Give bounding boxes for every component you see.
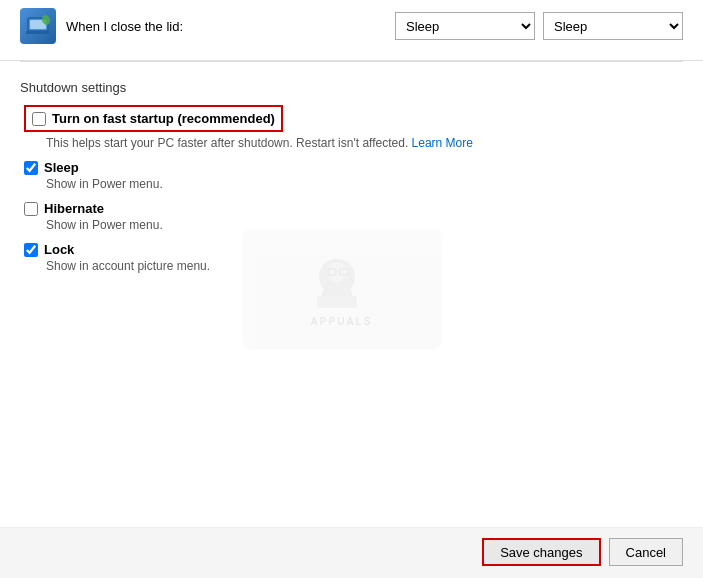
lid-row: When I close the lid: Sleep Do nothing H… — [20, 8, 683, 44]
section-title: Shutdown settings — [20, 80, 683, 95]
hibernate-desc: Show in Power menu. — [46, 218, 683, 232]
fast-startup-checkbox[interactable] — [32, 112, 46, 126]
fast-startup-option: Turn on fast startup (recommended) This … — [24, 105, 683, 150]
sleep-main: Sleep — [24, 160, 683, 175]
shutdown-section: Shutdown settings Turn on fast startup (… — [0, 70, 703, 527]
sleep-label[interactable]: Sleep — [44, 160, 79, 175]
hibernate-main: Hibernate — [24, 201, 683, 216]
fast-startup-box: Turn on fast startup (recommended) — [24, 105, 283, 132]
fast-startup-desc: This helps start your PC faster after sh… — [46, 136, 683, 150]
laptop-icon — [20, 8, 56, 44]
sleep-checkbox[interactable] — [24, 161, 38, 175]
hibernate-option: Hibernate Show in Power menu. — [24, 201, 683, 232]
hibernate-checkbox[interactable] — [24, 202, 38, 216]
lid-select-plugged[interactable]: Sleep Do nothing Hibernate Shut down — [543, 12, 683, 40]
lid-select-battery[interactable]: Sleep Do nothing Hibernate Shut down — [395, 12, 535, 40]
learn-more-link[interactable]: Learn More — [412, 136, 473, 150]
cancel-button[interactable]: Cancel — [609, 538, 683, 566]
lock-desc: Show in account picture menu. — [46, 259, 683, 273]
svg-rect-2 — [26, 31, 50, 34]
lock-option: Lock Show in account picture menu. — [24, 242, 683, 273]
lid-selects: Sleep Do nothing Hibernate Shut down Sle… — [395, 12, 683, 40]
hibernate-label[interactable]: Hibernate — [44, 201, 104, 216]
lid-section: When I close the lid: Sleep Do nothing H… — [0, 0, 703, 61]
footer: Save changes Cancel — [0, 527, 703, 578]
lock-label[interactable]: Lock — [44, 242, 74, 257]
lock-main: Lock — [24, 242, 683, 257]
lid-label: When I close the lid: — [66, 19, 385, 34]
settings-window: When I close the lid: Sleep Do nothing H… — [0, 0, 703, 578]
lock-checkbox[interactable] — [24, 243, 38, 257]
fast-startup-label[interactable]: Turn on fast startup (recommended) — [52, 111, 275, 126]
sleep-option: Sleep Show in Power menu. — [24, 160, 683, 191]
divider — [20, 61, 683, 62]
save-button[interactable]: Save changes — [482, 538, 600, 566]
sleep-desc: Show in Power menu. — [46, 177, 683, 191]
